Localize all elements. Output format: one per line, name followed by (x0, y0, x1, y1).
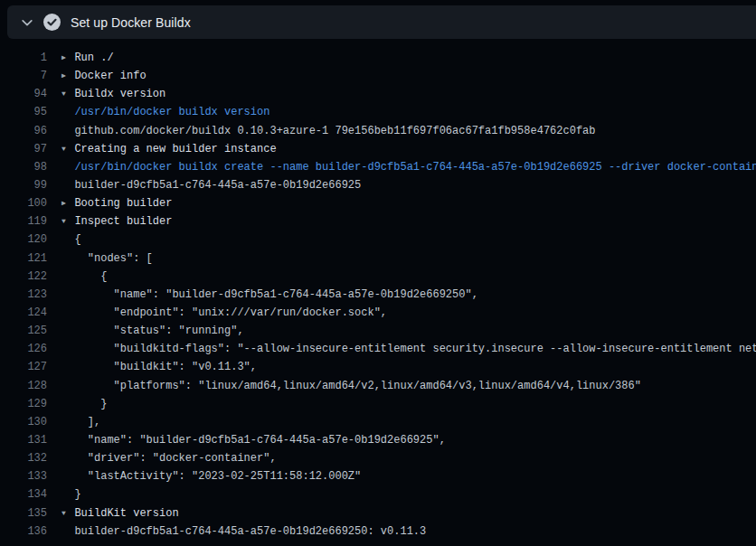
expanded-arrow-icon[interactable]: ▼ (61, 85, 74, 103)
log-line[interactable]: 119▼Inspect builder (0, 212, 756, 231)
log-line: 133 "lastActivity": "2023-02-25T11:58:12… (0, 467, 756, 485)
line-content: builder-d9cfb5a1-c764-445a-a57e-0b19d2e6… (61, 176, 361, 194)
log-text: Creating a new builder instance (74, 140, 276, 158)
line-number[interactable]: 134 (0, 485, 47, 504)
workflow-log-panel: Set up Docker Buildx 1▶Run ./7▶Docker in… (0, 0, 756, 546)
log-text: Buildx version (74, 85, 165, 103)
line-content: "lastActivity": "2023-02-25T11:58:12.000… (61, 467, 361, 485)
log-text: BuildKit version (74, 504, 178, 522)
expanded-arrow-icon[interactable]: ▼ (61, 140, 74, 158)
line-content: github.com/docker/buildx 0.10.3+azure-1 … (61, 122, 595, 140)
line-content: } (61, 485, 81, 504)
line-number[interactable]: 136 (0, 522, 47, 541)
expanded-arrow-icon[interactable]: ▼ (61, 504, 74, 522)
log-line: 131 "name": "builder-d9cfb5a1-c764-445a-… (0, 431, 756, 449)
log-text: "lastActivity": "2023-02-25T11:58:12.000… (74, 467, 361, 485)
line-number[interactable]: 127 (0, 358, 47, 376)
line-number[interactable]: 122 (0, 268, 47, 286)
log-text: github.com/docker/buildx 0.10.3+azure-1 … (74, 122, 595, 140)
log-text: "name": "builder-d9cfb5a1-c764-445a-a57e… (74, 431, 445, 449)
log-text: "nodes": [ (74, 249, 152, 268)
collapsed-arrow-icon[interactable]: ▶ (61, 194, 74, 212)
log-line[interactable]: 100▶Booting builder (0, 194, 756, 212)
log-line: 127 "buildkit": "v0.11.3", (0, 358, 756, 376)
log-text: builder-d9cfb5a1-c764-445a-a57e-0b19d2e6… (74, 522, 426, 541)
log-text: } (74, 395, 107, 413)
line-content: "nodes": [ (61, 249, 153, 268)
line-content: ▶Docker info (61, 67, 146, 85)
log-line: 126 "buildkitd-flags": "--allow-insecure… (0, 340, 756, 358)
line-number[interactable]: 99 (0, 176, 47, 194)
line-content: ▼Buildx version (61, 85, 165, 103)
log-line: 128 "platforms": "linux/amd64,linux/amd6… (0, 377, 756, 395)
line-number[interactable]: 7 (0, 67, 47, 85)
line-number[interactable]: 94 (0, 85, 47, 103)
line-number[interactable]: 126 (0, 340, 47, 358)
line-content: "endpoint": "unix:///var/run/docker.sock… (61, 304, 387, 322)
log-text: "buildkitd-flags": "--allow-insecure-ent… (74, 340, 756, 358)
line-content: ▼Creating a new builder instance (61, 140, 277, 158)
log-line[interactable]: 1▶Run ./ (0, 49, 756, 67)
line-content: ▼Inspect builder (61, 212, 172, 231)
log-line[interactable]: 135▼BuildKit version (0, 504, 756, 522)
line-number[interactable]: 130 (0, 413, 47, 431)
log-text: "driver": "docker-container", (74, 449, 276, 467)
log-lines: 1▶Run ./7▶Docker info94▼Buildx version95… (0, 40, 756, 541)
log-line[interactable]: 97▼Creating a new builder instance (0, 140, 756, 158)
line-number[interactable]: 133 (0, 467, 47, 485)
line-content: "driver": "docker-container", (61, 449, 277, 467)
line-number[interactable]: 119 (0, 212, 47, 231)
log-line: 121 "nodes": [ (0, 249, 756, 268)
line-content: ▼BuildKit version (61, 504, 179, 522)
log-line: 124 "endpoint": "unix:///var/run/docker.… (0, 304, 756, 322)
line-number[interactable]: 120 (0, 231, 47, 249)
line-content: ], (61, 413, 100, 431)
log-text: Docker info (74, 67, 146, 85)
step-header[interactable]: Set up Docker Buildx (7, 5, 756, 39)
line-number[interactable]: 129 (0, 395, 47, 413)
line-number[interactable]: 125 (0, 322, 47, 340)
log-text: "buildkit": "v0.11.3", (74, 358, 257, 376)
line-number[interactable]: 95 (0, 103, 47, 121)
line-number[interactable]: 132 (0, 449, 47, 467)
line-number[interactable]: 96 (0, 122, 47, 140)
expanded-arrow-icon[interactable]: ▼ (61, 212, 74, 231)
log-text: } (74, 485, 80, 504)
log-line[interactable]: 7▶Docker info (0, 67, 756, 85)
log-line: 129 } (0, 395, 756, 413)
line-number[interactable]: 124 (0, 304, 47, 322)
log-text: { (74, 231, 80, 249)
log-text: Booting builder (74, 194, 172, 212)
collapsed-arrow-icon[interactable]: ▶ (61, 49, 74, 67)
log-line: 99builder-d9cfb5a1-c764-445a-a57e-0b19d2… (0, 176, 756, 194)
line-content: "buildkit": "v0.11.3", (61, 358, 257, 376)
log-text: /usr/bin/docker buildx create --name bui… (74, 158, 756, 176)
line-content: /usr/bin/docker buildx create --name bui… (61, 158, 756, 176)
line-number[interactable]: 97 (0, 140, 47, 158)
chevron-down-icon[interactable] (19, 14, 35, 31)
line-number[interactable]: 123 (0, 286, 47, 304)
collapsed-arrow-icon[interactable]: ▶ (61, 67, 74, 85)
line-content: { (61, 268, 107, 286)
line-content: "status": "running", (61, 322, 244, 340)
log-line: 98/usr/bin/docker buildx create --name b… (0, 158, 756, 176)
line-number[interactable]: 100 (0, 194, 47, 212)
log-line: 122 { (0, 268, 756, 286)
line-number[interactable]: 1 (0, 49, 47, 67)
log-text: ], (74, 413, 100, 431)
line-number[interactable]: 121 (0, 249, 47, 268)
line-content: "name": "builder-d9cfb5a1-c764-445a-a57e… (61, 431, 446, 449)
line-number[interactable]: 128 (0, 377, 47, 395)
line-content: ▶Run ./ (61, 49, 114, 67)
step-title: Set up Docker Buildx (71, 15, 191, 30)
line-content: "buildkitd-flags": "--allow-insecure-ent… (61, 340, 756, 358)
line-content: { (61, 231, 81, 249)
log-line: 120{ (0, 231, 756, 249)
log-line: 134} (0, 485, 756, 504)
line-number[interactable]: 98 (0, 158, 47, 176)
log-line: 125 "status": "running", (0, 322, 756, 340)
line-number[interactable]: 135 (0, 504, 47, 522)
line-number[interactable]: 131 (0, 431, 47, 449)
log-line[interactable]: 94▼Buildx version (0, 85, 756, 103)
log-line: 132 "driver": "docker-container", (0, 449, 756, 467)
